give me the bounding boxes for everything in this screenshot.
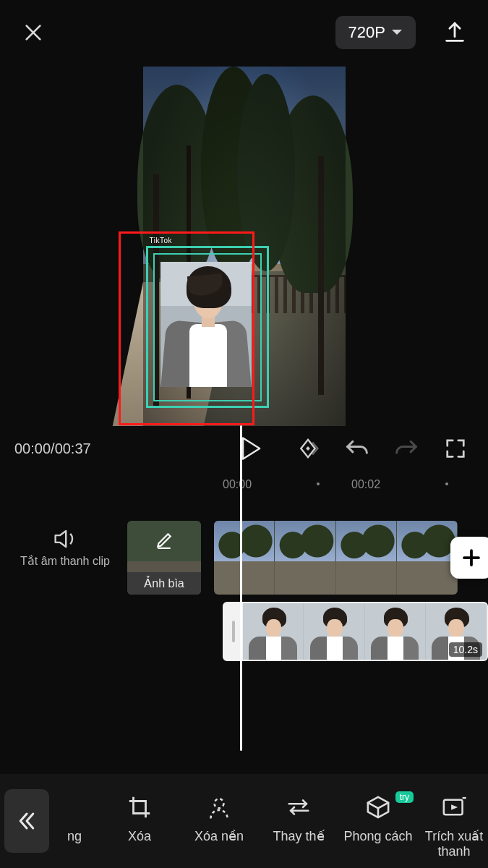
edit-icon — [155, 531, 174, 550]
undo-icon — [345, 438, 369, 459]
tool-label: Xóa — [128, 829, 151, 844]
tool-label: ng — [67, 829, 82, 844]
tool-label: Phong cách — [343, 829, 412, 844]
undo-button[interactable] — [339, 430, 375, 467]
resolution-label: 720P — [348, 23, 385, 42]
video-track[interactable] — [214, 521, 458, 595]
video-frame — [214, 521, 275, 595]
mute-clip-label: Tắt âm thanh clip — [7, 554, 123, 568]
speaker-icon — [53, 528, 77, 550]
add-clip-button[interactable] — [450, 537, 488, 579]
tool-replace[interactable]: Thay thế — [259, 793, 338, 844]
tool-crop[interactable]: Xóa — [100, 793, 179, 844]
cover-thumbnail[interactable]: Ảnh bìa — [127, 521, 201, 595]
extract-icon — [441, 795, 467, 820]
svg-marker-4 — [243, 438, 260, 459]
try-badge: try — [395, 791, 414, 803]
bottom-toolbar: ng Xóa Xóa nền — [0, 774, 488, 868]
time-total: 00:37 — [55, 441, 91, 456]
svg-marker-13 — [451, 804, 458, 810]
overlay-image[interactable] — [160, 262, 252, 387]
chevrons-left-icon — [16, 810, 38, 832]
tool-label: Thay thế — [273, 829, 324, 844]
ruler-mark: 00:02 — [351, 478, 380, 491]
cube-icon — [365, 794, 391, 820]
plus-icon — [461, 547, 482, 569]
timecode: 00:00/00:37 — [14, 441, 91, 457]
redo-icon — [394, 438, 419, 459]
time-current: 00:00 — [14, 441, 51, 456]
video-frame — [275, 521, 335, 595]
replace-icon — [286, 796, 312, 818]
export-button[interactable] — [439, 17, 471, 48]
toolbar-back-button[interactable] — [4, 789, 49, 853]
overlay-clip-duration: 10.2s — [449, 642, 482, 657]
tool-style[interactable]: try Phong cách — [338, 793, 418, 844]
timeline-ruler[interactable]: 00:00 00:02 — [0, 475, 488, 497]
tool-item-prev[interactable]: ng — [49, 793, 100, 844]
chevron-down-icon — [391, 29, 403, 36]
playhead[interactable] — [240, 425, 242, 751]
keyframe-icon — [296, 436, 320, 461]
crop-icon — [127, 795, 152, 820]
timeline-tracks[interactable]: Tắt âm thanh clip Ảnh bìa 10.2s — [0, 506, 488, 767]
person-cutout-icon — [206, 794, 232, 820]
svg-point-10 — [215, 799, 224, 809]
video-frame — [397, 521, 458, 595]
fullscreen-icon — [445, 438, 466, 459]
cover-label: Ảnh bìa — [127, 572, 201, 595]
mute-clip-audio[interactable]: Tắt âm thanh clip — [7, 528, 123, 568]
overlay-thumb — [304, 603, 364, 660]
tiktok-watermark: TikTok — [150, 237, 173, 244]
ruler-mark: 00:00 — [223, 478, 252, 491]
tool-label: Xóa nền — [194, 829, 244, 844]
close-icon — [22, 21, 45, 44]
export-icon — [442, 20, 467, 45]
resolution-selector[interactable]: 720P — [335, 16, 416, 49]
keyframe-button[interactable] — [290, 430, 326, 467]
overlay-track-clip[interactable]: 10.2s — [223, 602, 488, 661]
tool-label: Trích xuất thanh — [425, 829, 483, 859]
fullscreen-button[interactable] — [437, 430, 474, 467]
redo-button[interactable] — [388, 430, 424, 467]
play-icon — [240, 436, 262, 461]
play-button[interactable] — [231, 428, 271, 469]
video-frame — [336, 521, 397, 595]
tool-remove-bg[interactable]: Xóa nền — [179, 793, 259, 844]
overlay-thumb — [365, 603, 426, 660]
overlay-thumb — [243, 603, 304, 660]
close-button[interactable] — [17, 17, 49, 48]
tool-extract-audio[interactable]: Trích xuất thanh — [418, 793, 488, 859]
preview-canvas[interactable]: TikTok — [143, 67, 346, 426]
